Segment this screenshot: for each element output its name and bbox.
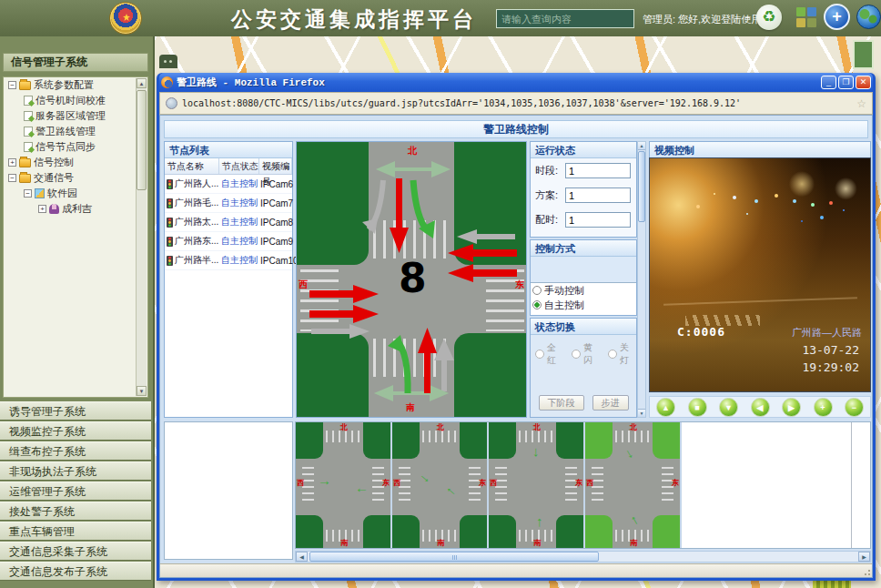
sidebar-title-signal-management[interactable]: 信号管理子系统: [3, 53, 148, 72]
plan-input[interactable]: [565, 188, 631, 203]
sidebar-item-investigation-control[interactable]: 缉查布控子系统: [0, 441, 151, 461]
camera-video-feed[interactable]: C:0006 广州路—人民路 13-07-22 19:29:02: [649, 157, 871, 392]
welcome-text: 管理员: 您好,欢迎登陆使用: [643, 13, 761, 26]
scroll-down-icon[interactable]: ▼: [137, 386, 147, 396]
sidebar-item-offsite-enforcement[interactable]: 非现场执法子系统: [0, 461, 151, 481]
sidebar-item-traffic-info-publishing[interactable]: 交通信息发布子系统: [0, 562, 151, 581]
phase-thumbnail-2[interactable]: 北 南 西 东 → ←: [392, 422, 489, 548]
resize-grip[interactable]: [868, 573, 870, 575]
sidebar-item-traffic-info-collection[interactable]: 交通信息采集子系统: [0, 542, 151, 561]
expand-icon[interactable]: +: [8, 158, 16, 167]
add-button[interactable]: +: [824, 4, 850, 30]
radio-all-red[interactable]: 全红: [535, 341, 563, 367]
scroll-up-icon[interactable]: ▲: [638, 142, 645, 150]
close-button[interactable]: ✕: [856, 76, 871, 89]
node-status-link[interactable]: 自主控制: [219, 254, 259, 267]
sidebar-item-guidance-management[interactable]: 诱导管理子系统: [0, 401, 151, 421]
scroll-right-icon[interactable]: ▶: [858, 552, 870, 562]
period-input[interactable]: [565, 163, 631, 178]
sidebar-item-operations-management[interactable]: 运维管理子系统: [0, 482, 151, 501]
minimize-button[interactable]: _: [821, 76, 836, 89]
tree-folder-traffic-signal[interactable]: − 交通信号: [4, 170, 147, 186]
sidebar-item-video-surveillance[interactable]: 视频监控子系统: [0, 421, 151, 441]
tree-item-software-park[interactable]: − 软件园: [4, 186, 147, 201]
tree-item-chenliji[interactable]: + 成利吉: [4, 201, 147, 217]
table-row[interactable]: 广州路人... 自主控制 IPCam6: [165, 175, 292, 194]
step-button[interactable]: 步进: [592, 395, 629, 411]
scrollbar-thumb[interactable]: [309, 552, 599, 562]
ptz-zoom-out-button[interactable]: −: [845, 398, 864, 417]
tree-item-server-area-management[interactable]: 服务器区域管理: [4, 108, 147, 124]
collapse-icon[interactable]: −: [8, 81, 16, 89]
collapse-icon[interactable]: −: [24, 189, 32, 198]
radio-manual-control[interactable]: 手动控制: [531, 283, 636, 298]
map-panel-handle[interactable]: [159, 55, 177, 68]
radio-icon[interactable]: [535, 350, 544, 359]
green-arrow: ↓: [532, 444, 540, 458]
tree-folder-system-params[interactable]: − 系统参数配置: [4, 77, 147, 93]
radio-yellow-flash[interactable]: 黄闪: [572, 341, 600, 367]
map-overview-box: [853, 40, 874, 69]
tree-folder-signal-control[interactable]: + 信号控制: [4, 155, 147, 170]
radio-icon[interactable]: [532, 286, 542, 295]
next-stage-button[interactable]: 下阶段: [539, 395, 584, 411]
phase-thumbnail-3[interactable]: 北 南 西 东 ↓ ↑: [489, 422, 585, 548]
traffic-light-icon: [167, 256, 173, 266]
url-text[interactable]: localhost:8080/CTC-MICS/libs/utcs/guard.…: [182, 98, 852, 108]
ptz-zoom-in-button[interactable]: +: [814, 398, 833, 417]
tree-item-signal-time-calibration[interactable]: 信号机时间校准: [4, 93, 147, 108]
sidebar-item-police-dispatch[interactable]: 接处警子系统: [0, 502, 151, 521]
phase-thumbnail-4[interactable]: 北 南 西 东 ↓ ↑: [585, 422, 682, 548]
ptz-up-button[interactable]: ▲: [656, 398, 675, 417]
thumbnails-scrollbar[interactable]: ◀ ▶: [295, 551, 871, 563]
person-icon: [49, 204, 59, 214]
globe-icon[interactable]: [856, 5, 881, 29]
node-status-link[interactable]: 自主控制: [219, 177, 259, 190]
refresh-icon[interactable]: ♻: [756, 5, 782, 30]
scroll-down-icon[interactable]: ▼: [638, 409, 645, 417]
ptz-stop-button[interactable]: ■: [688, 398, 707, 417]
maximize-button[interactable]: ❐: [838, 76, 854, 89]
controls-scrollbar[interactable]: ▲ ▼: [637, 141, 646, 418]
direction-label-east: 东: [515, 279, 524, 291]
ptz-right-button[interactable]: ▶: [782, 398, 801, 417]
scrollbar-thumb[interactable]: [638, 151, 645, 222]
node-status-link[interactable]: 自主控制: [219, 235, 259, 248]
apps-grid-icon[interactable]: [796, 7, 817, 28]
tree-scrollbar[interactable]: ▲ ▼: [136, 78, 147, 396]
tree-item-signal-node-sync[interactable]: 信号节点同步: [4, 139, 147, 155]
collapse-icon[interactable]: −: [8, 174, 16, 182]
page-title: 警卫路线控制: [164, 120, 868, 138]
field-label-period: 时段:: [535, 164, 565, 177]
tree-item-guard-route-management[interactable]: 警卫路线管理: [4, 124, 147, 139]
url-bar[interactable]: localhost:8080/CTC-MICS/libs/utcs/guard.…: [159, 92, 873, 115]
timing-input[interactable]: [565, 212, 631, 228]
ptz-down-button[interactable]: ▼: [719, 398, 738, 417]
phase-thumbnail-1[interactable]: 北 南 西 东 → ←: [296, 422, 392, 548]
table-row[interactable]: 广州路东... 自主控制 IPCam9: [165, 232, 292, 251]
radio-lights-off[interactable]: 关灯: [608, 341, 636, 367]
node-status-link[interactable]: 自主控制: [219, 216, 259, 228]
radio-checked-icon[interactable]: [532, 300, 542, 309]
window-titlebar[interactable]: 警卫路线 - Mozilla Firefox _ ❐ ✕: [159, 73, 873, 92]
node-table-header: 节点名称 节点状态 视频编号: [165, 158, 292, 175]
radio-icon[interactable]: [572, 350, 581, 359]
expand-icon[interactable]: +: [38, 205, 46, 213]
traffic-light-icon: [167, 218, 173, 228]
radio-icon[interactable]: [608, 350, 617, 359]
node-status-link[interactable]: 自主控制: [219, 197, 259, 209]
scrollbar-thumb[interactable]: [137, 90, 147, 190]
bookmark-star-icon[interactable]: ☆: [856, 97, 866, 110]
radio-autonomous-control[interactable]: 自主控制: [531, 298, 636, 312]
table-row[interactable]: 广州路半... 自主控制 IPCam10: [165, 251, 292, 270]
table-row[interactable]: 广州路毛... 自主控制 IPCam7: [165, 194, 292, 213]
camera-date-overlay: 13-07-22: [802, 343, 859, 357]
scroll-left-icon[interactable]: ◀: [296, 552, 308, 562]
green-arrow: →: [318, 473, 331, 487]
scroll-up-icon[interactable]: ▲: [137, 78, 147, 88]
table-row[interactable]: 广州路太... 自主控制 IPCam8: [165, 213, 292, 232]
sidebar-item-key-vehicle-management[interactable]: 重点车辆管理: [0, 522, 151, 541]
ptz-left-button[interactable]: ◀: [751, 398, 770, 417]
run-status-panel: 运行状态 时段: 方案: 配时:: [530, 141, 637, 238]
search-input[interactable]: [496, 9, 634, 28]
